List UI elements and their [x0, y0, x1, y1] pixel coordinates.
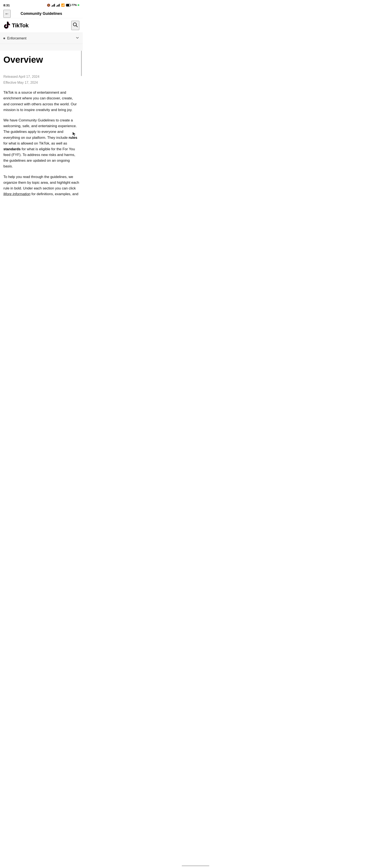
released-date: Released April 17, 2024: [3, 75, 79, 79]
search-icon: [72, 22, 78, 28]
signal-bar: [52, 6, 52, 6]
nav-header: ← Community Guidelines: [0, 9, 83, 18]
signal-bar: [54, 4, 55, 6]
signal-bar: [57, 5, 58, 6]
mute-icon: 🔕: [47, 4, 50, 7]
release-info: Released April 17, 2024 Effective May 17…: [3, 75, 79, 85]
menu-item-content: Enforcement: [3, 36, 27, 40]
battery-dot: [78, 4, 79, 6]
overview-title: Overview: [3, 55, 79, 65]
svg-rect-1: [70, 4, 71, 6]
tiktok-logo: TikTok: [3, 22, 28, 29]
status-bar: 8:31 🔕 📶 77%: [0, 0, 83, 9]
paragraph-1: TikTok is a source of entertainment and …: [3, 90, 79, 113]
enforcement-menu-item[interactable]: Enforcement: [0, 33, 83, 44]
enforcement-label: Enforcement: [7, 36, 27, 40]
page-title: Community Guidelines: [21, 11, 62, 16]
back-button[interactable]: ←: [3, 10, 10, 18]
wifi-icon: 📶: [61, 3, 65, 7]
bullet-dot: [3, 37, 5, 39]
signal-bars-2: [56, 4, 60, 6]
status-icons: 🔕 📶 77%: [47, 3, 79, 7]
signal-bars-1: [52, 4, 55, 6]
svg-line-4: [76, 26, 78, 27]
effective-date: Effective May 17, 2024: [3, 81, 79, 85]
scrollbar[interactable]: [81, 51, 82, 76]
section-spacer: [0, 44, 83, 51]
logo-header: TikTok: [0, 18, 83, 33]
bold-standards: standards: [3, 147, 21, 151]
chevron-down-icon: [76, 36, 79, 41]
status-time: 8:31: [3, 3, 10, 7]
paragraph-3: To help you read through the guidelines,…: [3, 174, 79, 197]
svg-rect-2: [66, 4, 69, 6]
search-button[interactable]: [71, 21, 79, 30]
battery-percent: 77%: [72, 4, 77, 6]
paragraph-2: We have Community Guidelines to create a…: [3, 117, 79, 169]
battery-icon: [66, 4, 71, 6]
signal-bar: [58, 4, 59, 6]
signal-bar: [54, 4, 54, 6]
tiktok-logo-icon: [3, 22, 11, 29]
main-content: Overview Released April 17, 2024 Effecti…: [0, 51, 83, 208]
signal-bar: [52, 5, 53, 6]
bold-rules: rules: [69, 135, 78, 140]
battery-indicator: 77%: [66, 4, 79, 6]
more-info-link: More information: [3, 192, 31, 196]
signal-bar: [56, 6, 57, 6]
tiktok-logo-text: TikTok: [12, 22, 28, 29]
signal-bar: [59, 4, 60, 6]
